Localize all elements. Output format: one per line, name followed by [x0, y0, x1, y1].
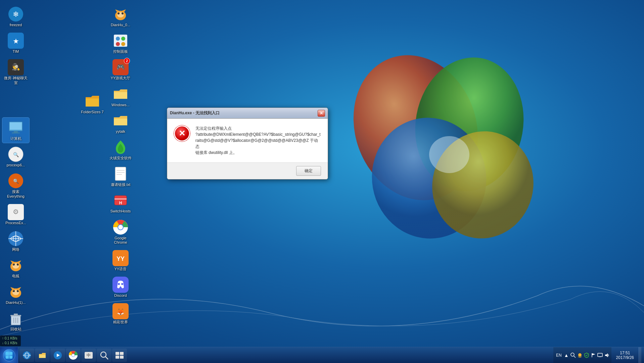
- dialog-confirm-button[interactable]: 确定: [296, 166, 321, 176]
- dialog-content: ✕ 无法定位程序输入点 ?attribute@DWXmlElement@@QBE…: [167, 119, 328, 162]
- dialog-message-line2: ?attribute@DWXmlElement@@QBE?AV?$basic_s…: [195, 131, 321, 137]
- dialog-message-line1: 无法定位程序输入点: [195, 125, 321, 131]
- dialog-message: 无法定位程序输入点 ?attribute@DWXmlElement@@QBE?A…: [195, 125, 321, 156]
- error-icon: ✕: [174, 125, 190, 142]
- dialog-titlebar: DianHu.exe - 无法找到入口 ✕: [167, 108, 328, 119]
- error-dialog: DianHu.exe - 无法找到入口 ✕ ✕ 无法定位程序输入点 ?attri…: [167, 108, 328, 179]
- dialog-overlay: DianHu.exe - 无法找到入口 ✕ ✕ 无法定位程序输入点 ?attri…: [0, 0, 644, 363]
- desktop: ❄ freezed ★ TIM 🕵 微房·神秘聊天室 FolderSizes 7: [0, 0, 644, 363]
- dialog-message-line3: raits@G@std@@V?$allocator@G@2@@std@@ABV2…: [195, 137, 321, 150]
- dialog-close-button[interactable]: ✕: [318, 110, 325, 117]
- dialog-footer: 确定: [167, 162, 328, 179]
- dialog-message-line4: 链接库 dwutility.dll 上。: [195, 150, 321, 156]
- dialog-title: DianHu.exe - 无法找到入口: [170, 110, 220, 116]
